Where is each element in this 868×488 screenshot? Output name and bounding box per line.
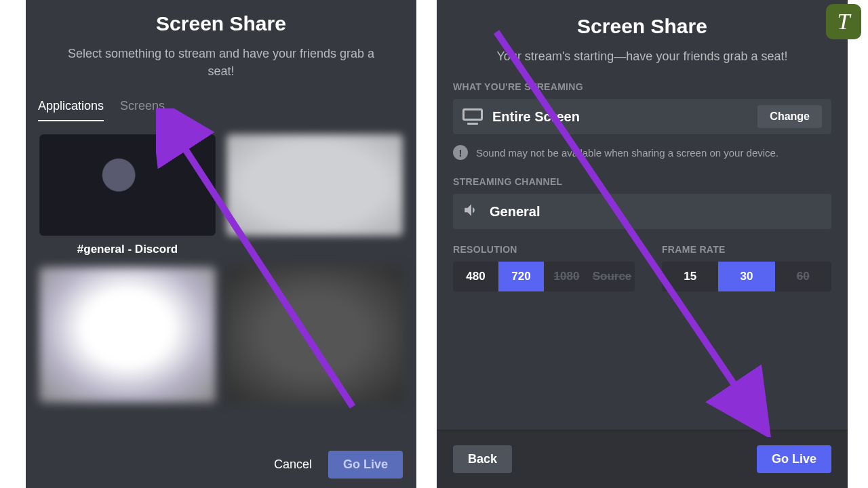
streaming-source-row: Entire Screen Change [453, 99, 831, 134]
what-streaming-label: WHAT YOU'RE STREAMING [453, 81, 831, 92]
quality-settings: RESOLUTION 480 720 1080 Source FRAME RAT… [453, 244, 831, 291]
sound-warning-text: Sound may not be available when sharing … [476, 147, 778, 159]
framerate-15[interactable]: 15 [662, 262, 718, 291]
go-live-button[interactable]: Go Live [328, 451, 403, 479]
back-button[interactable]: Back [453, 445, 512, 473]
screen-share-settings-panel: Screen Share Your stream's starting—have… [437, 0, 848, 488]
tab-screens[interactable]: Screens [120, 99, 165, 121]
framerate-label: FRAME RATE [662, 244, 831, 255]
tab-applications[interactable]: Applications [38, 99, 104, 121]
streaming-source-name: Entire Screen [492, 109, 748, 125]
resolution-source: Source [589, 262, 635, 291]
panel-title: Screen Share [437, 15, 848, 38]
watermark-badge: T [826, 4, 861, 39]
resolution-1080: 1080 [544, 262, 589, 291]
footer: Cancel Go Live [26, 441, 416, 488]
framerate-60: 60 [775, 262, 831, 291]
resolution-segmented: 480 720 1080 Source [453, 262, 635, 291]
cancel-button[interactable]: Cancel [274, 458, 312, 472]
framerate-segmented: 15 30 60 [662, 262, 831, 291]
source-item[interactable] [39, 267, 216, 403]
resolution-label: RESOLUTION [453, 244, 635, 255]
screen-share-select-panel: Screen Share Select something to stream … [26, 0, 416, 488]
monitor-icon [462, 108, 483, 125]
warning-icon: ! [453, 145, 468, 160]
source-thumbnail [39, 134, 216, 236]
change-source-button[interactable]: Change [757, 105, 822, 128]
source-thumbnail [226, 267, 403, 403]
streaming-channel-row[interactable]: General [453, 194, 831, 229]
source-label: #general - Discord [77, 243, 178, 256]
framerate-30[interactable]: 30 [718, 262, 774, 291]
sound-warning-row: ! Sound may not be available when sharin… [453, 145, 831, 160]
streaming-channel-name: General [490, 204, 822, 220]
footer: Back Go Live [437, 430, 848, 488]
go-live-button[interactable]: Go Live [757, 445, 831, 473]
source-item[interactable] [226, 134, 403, 256]
panel-subtitle: Your stream's starting—have your friends… [464, 47, 821, 65]
panel-title: Screen Share [26, 12, 416, 35]
source-thumbnail [226, 134, 403, 236]
source-item[interactable] [226, 267, 403, 403]
resolution-480[interactable]: 480 [453, 262, 498, 291]
source-thumbnail [39, 267, 216, 403]
speaker-icon [462, 201, 480, 222]
resolution-720[interactable]: 720 [498, 262, 544, 291]
source-item[interactable]: #general - Discord [39, 134, 216, 256]
streaming-channel-label: STREAMING CHANNEL [453, 176, 831, 187]
panel-subtitle: Select something to stream and have your… [53, 45, 389, 80]
source-tabs: Applications Screens [38, 99, 404, 122]
source-grid: #general - Discord [39, 134, 403, 403]
